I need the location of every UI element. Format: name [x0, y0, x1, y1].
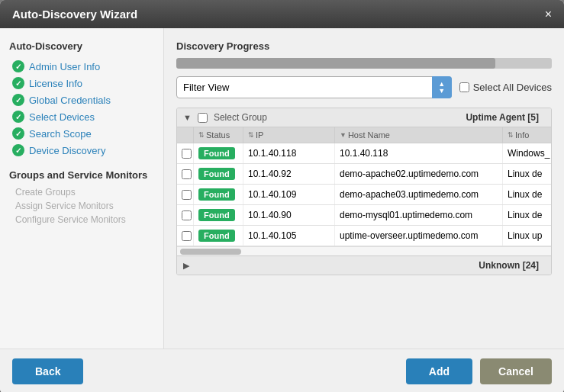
back-button[interactable]: Back — [12, 358, 83, 384]
sort-info-icon: ⇅ — [508, 131, 514, 139]
row1-checkbox-cell — [177, 143, 194, 163]
close-button[interactable]: × — [545, 8, 552, 21]
check-icon-search — [12, 127, 24, 140]
col-info[interactable]: ⇅ Info — [503, 127, 551, 143]
row3-hostname: demo-apache03.uptimedemo.com — [335, 185, 503, 204]
horizontal-scrollbar[interactable] — [177, 246, 551, 255]
row3-ip: 10.1.40.109 — [243, 185, 335, 204]
sidebar-item-select-devices[interactable]: Select Devices — [9, 108, 154, 125]
sidebar-item-license-info[interactable]: License Info — [9, 75, 154, 92]
col-hostname[interactable]: ▼ Host Name — [335, 127, 503, 143]
row5-checkbox-cell — [177, 226, 194, 246]
sidebar-label-device: Device Discovery — [29, 145, 105, 156]
row4-ip: 10.1.40.90 — [243, 205, 335, 225]
groups-section-title: Groups and Service Monitors — [9, 169, 154, 181]
row4-status-badge: Found — [198, 209, 235, 221]
row1-ip: 10.1.40.118 — [243, 143, 335, 163]
cancel-button[interactable]: Cancel — [480, 358, 552, 384]
select-all-label[interactable]: Select All Devices — [459, 82, 552, 93]
check-icon-global — [12, 94, 24, 106]
row3-info: Linux de — [503, 185, 551, 204]
col-checkbox — [177, 127, 194, 143]
row2-info: Linux de — [503, 164, 551, 184]
check-icon-admin — [12, 60, 24, 72]
row1-checkbox[interactable] — [182, 149, 192, 159]
col-info-label: Info — [515, 130, 529, 140]
add-button[interactable]: Add — [406, 358, 472, 384]
sidebar-label-select: Select Devices — [29, 111, 95, 123]
group-expand-icon[interactable]: ▼ — [183, 113, 192, 122]
unknown-row: ▶ Unknown [24] — [177, 255, 551, 275]
row5-info: Linux up — [503, 226, 551, 246]
scrollbar-thumb[interactable] — [180, 249, 241, 255]
auto-discovery-title: Auto-Discovery — [9, 40, 154, 52]
sidebar-item-search-scope[interactable]: Search Scope — [9, 125, 154, 142]
sort-ip-icon: ⇅ — [248, 131, 254, 139]
group-select-checkbox[interactable] — [198, 113, 208, 123]
row1-info: Windows_ — [503, 143, 551, 163]
row4-status: Found — [194, 205, 243, 225]
sidebar-item-admin-user-info[interactable]: Admin User Info — [9, 58, 154, 75]
row5-ip: 10.1.40.105 — [243, 226, 335, 246]
row4-hostname: demo-mysql01.uptimedemo.com — [335, 205, 503, 225]
unknown-expand-icon[interactable]: ▶ — [183, 261, 189, 271]
filter-row: Filter View ▲▼ Select All Devices — [176, 76, 552, 98]
row2-hostname: demo-apache02.uptimedemo.com — [335, 164, 503, 184]
sidebar-item-device-discovery[interactable]: Device Discovery — [9, 142, 154, 159]
row2-ip: 10.1.40.92 — [243, 164, 335, 184]
col-ip-label: IP — [256, 130, 263, 140]
row5-status: Found — [194, 226, 243, 246]
dialog-footer: Back Add Cancel — [0, 349, 564, 392]
select-all-text: Select All Devices — [473, 82, 552, 93]
main-content: Discovery Progress Filter View ▲▼ Select… — [164, 28, 564, 349]
filter-select-wrapper: Filter View ▲▼ — [176, 76, 452, 98]
table-row: Found 10.1.40.105 uptime-overseer.uptime… — [177, 226, 551, 246]
dialog-body: Auto-Discovery Admin User Info License I… — [0, 28, 564, 349]
dialog-title: Auto-Discovery Wizard — [12, 8, 137, 21]
group-label: Select Group — [214, 112, 460, 123]
table-row: Found 10.1.40.92 demo-apache02.uptimedem… — [177, 164, 551, 185]
row4-checkbox[interactable] — [182, 210, 192, 220]
table-row: Found 10.1.40.109 demo-apache03.uptimede… — [177, 185, 551, 205]
table-header: ⇅ Status ⇅ IP ▼ Host Name ⇅ Info — [177, 127, 551, 143]
col-ip[interactable]: ⇅ IP — [243, 127, 335, 143]
row1-status: Found — [194, 143, 243, 163]
row5-status-badge: Found — [198, 230, 235, 242]
check-icon-license — [12, 77, 24, 89]
group-count-label: Uptime Agent [5] — [466, 112, 545, 123]
check-icon-select — [12, 111, 24, 123]
col-status-label: Status — [206, 130, 230, 140]
col-status[interactable]: ⇅ Status — [194, 127, 243, 143]
row5-hostname: uptime-overseer.uptimedemo.com — [335, 226, 503, 246]
sidebar-label-admin: Admin User Info — [29, 61, 100, 72]
progress-bar-fill — [176, 58, 495, 69]
configure-monitors-label: Configure Service Monitors — [15, 214, 126, 225]
row4-info: Linux de — [503, 205, 551, 225]
unknown-label: Unknown [24] — [195, 260, 545, 271]
sidebar-item-configure-monitors: Configure Service Monitors — [9, 213, 154, 227]
sort-hostname-icon: ▼ — [340, 131, 346, 139]
row3-checkbox-cell — [177, 185, 194, 204]
row1-hostname: 10.1.40.118 — [335, 143, 503, 163]
row2-checkbox[interactable] — [182, 169, 192, 179]
row2-status-badge: Found — [198, 168, 235, 180]
sidebar-label-search: Search Scope — [29, 128, 92, 140]
sidebar-label-global: Global Credentials — [29, 95, 111, 106]
row3-status: Found — [194, 185, 243, 204]
row3-checkbox[interactable] — [182, 190, 192, 200]
right-buttons: Add Cancel — [406, 358, 552, 384]
table-row: Found 10.1.40.118 10.1.40.118 Windows_ — [177, 143, 551, 164]
sidebar-item-assign-monitors: Assign Service Monitors — [9, 199, 154, 213]
sidebar-item-create-groups: Create Groups — [9, 185, 154, 199]
progress-bar-container — [176, 58, 552, 69]
row4-checkbox-cell — [177, 205, 194, 225]
filter-select[interactable]: Filter View — [176, 76, 452, 98]
select-all-checkbox[interactable] — [459, 82, 469, 92]
col-hostname-label: Host Name — [348, 130, 390, 140]
table-row: Found 10.1.40.90 demo-mysql01.uptimedemo… — [177, 205, 551, 226]
check-icon-device — [12, 144, 24, 156]
row5-checkbox[interactable] — [182, 231, 192, 241]
section-title: Discovery Progress — [176, 40, 552, 52]
sidebar-item-global-credentials[interactable]: Global Credentials — [9, 92, 154, 108]
row2-status: Found — [194, 164, 243, 184]
